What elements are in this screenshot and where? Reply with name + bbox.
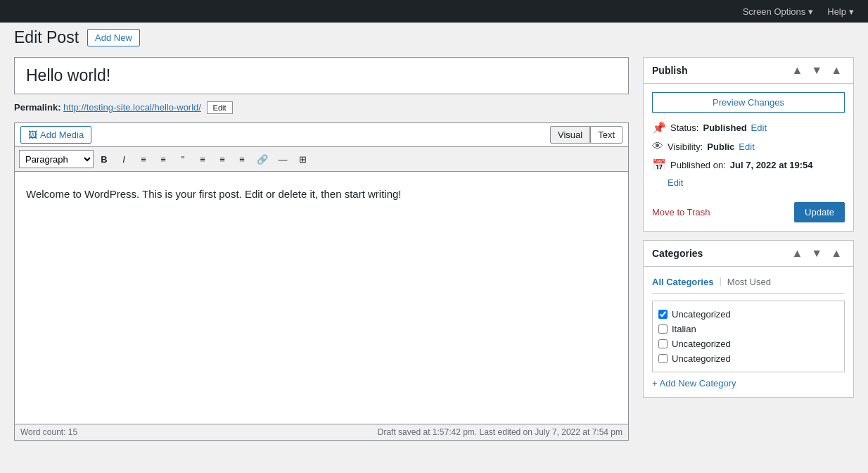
word-count: Word count: 15 <box>20 427 77 437</box>
categories-panel: Categories ▲ ▼ ▲ All Categories | Most U… <box>643 240 854 398</box>
view-toggle: Visual Text <box>550 126 623 144</box>
screen-options-button[interactable]: Screen Options ▾ <box>737 4 819 20</box>
status-icon: 📌 <box>652 121 666 134</box>
sidebar: Publish ▲ ▼ ▲ Preview Changes 📌 Status: … <box>643 57 854 398</box>
editor-format-bar: Paragraph Heading 1 Heading 2 Heading 3 … <box>14 146 629 171</box>
page-header: Edit Post Add New <box>0 23 868 50</box>
add-new-button[interactable]: Add New <box>87 29 140 46</box>
top-bar: Screen Options ▾ Help ▾ <box>0 0 868 23</box>
editor-area: Permalink: http://testing-site.local/hel… <box>14 57 629 441</box>
most-used-tab[interactable]: Most Used <box>727 275 771 289</box>
align-right-button[interactable]: ≡ <box>233 150 251 168</box>
categories-panel-title: Categories <box>652 248 789 259</box>
help-button[interactable]: Help ▾ <box>822 4 860 20</box>
editor-content[interactable]: Welcome to WordPress. This is your first… <box>14 171 629 424</box>
publish-panel-header: Publish ▲ ▼ ▲ <box>644 58 853 84</box>
category-checkbox-uncategorized-1[interactable] <box>658 310 668 319</box>
published-on-edit-link[interactable]: Edit <box>668 177 683 188</box>
more-button[interactable]: — <box>274 150 292 168</box>
permalink-edit-button[interactable]: Edit <box>207 101 233 114</box>
list-item: Uncategorized <box>658 351 838 366</box>
preview-changes-button[interactable]: Preview Changes <box>652 92 845 113</box>
visibility-icon: 👁 <box>652 140 663 153</box>
category-label: Italian <box>672 324 696 334</box>
chevron-down-icon: ▾ <box>808 6 813 17</box>
status-row: 📌 Status: Published Edit <box>652 121 845 134</box>
publish-collapse-down-button[interactable]: ▼ <box>808 63 825 77</box>
publish-panel-body: Preview Changes 📌 Status: Published Edit… <box>644 84 853 231</box>
list-item: Uncategorized <box>658 336 838 351</box>
calendar-icon: 📅 <box>652 158 666 172</box>
bold-button[interactable]: B <box>95 150 113 168</box>
ordered-list-button[interactable]: ≡ <box>154 150 172 168</box>
publish-panel: Publish ▲ ▼ ▲ Preview Changes 📌 Status: … <box>643 57 854 232</box>
permalink-link[interactable]: http://testing-site.local/hello-world/ <box>63 102 201 113</box>
category-checkbox-uncategorized-3[interactable] <box>658 354 668 363</box>
update-button[interactable]: Update <box>794 202 845 222</box>
table-button[interactable]: ⊞ <box>293 150 312 168</box>
category-label: Uncategorized <box>672 339 731 349</box>
permalink-bar: Permalink: http://testing-site.local/hel… <box>14 99 629 117</box>
category-label: Uncategorized <box>672 309 731 320</box>
all-categories-tab[interactable]: All Categories <box>652 275 713 289</box>
text-tab[interactable]: Text <box>590 126 623 144</box>
visibility-edit-link[interactable]: Edit <box>739 141 754 152</box>
categories-collapse-up-button[interactable]: ▲ <box>789 246 805 260</box>
visibility-row: 👁 Visibility: Public Edit <box>652 140 845 153</box>
paragraph-select[interactable]: Paragraph Heading 1 Heading 2 Heading 3 … <box>19 150 94 168</box>
draft-saved-status: Draft saved at 1:57:42 pm. Last edited o… <box>378 427 623 437</box>
publish-panel-title: Publish <box>652 65 789 76</box>
align-left-button[interactable]: ≡ <box>193 150 212 168</box>
categories-tabs: All Categories | Most Used <box>652 275 845 294</box>
category-checkbox-italian[interactable] <box>658 324 668 334</box>
add-new-category-button[interactable]: + Add New Category <box>652 378 736 389</box>
categories-panel-header: Categories ▲ ▼ ▲ <box>644 241 853 267</box>
list-item: Uncategorized <box>658 307 838 322</box>
blockquote-button[interactable]: " <box>174 150 192 168</box>
categories-collapse-down-button[interactable]: ▼ <box>808 246 825 260</box>
category-checkbox-uncategorized-2[interactable] <box>658 339 668 348</box>
media-icon: 🖼 <box>28 130 37 140</box>
visual-tab[interactable]: Visual <box>550 126 590 144</box>
move-to-trash-button[interactable]: Move to Trash <box>652 207 710 217</box>
status-edit-link[interactable]: Edit <box>751 122 767 133</box>
categories-panel-body: All Categories | Most Used Uncategorized… <box>644 267 853 397</box>
list-item: Italian <box>658 322 838 336</box>
editor-footer: Word count: 15 Draft saved at 1:57:42 pm… <box>14 424 629 441</box>
italic-button[interactable]: I <box>115 150 133 168</box>
publish-close-button[interactable]: ▲ <box>828 63 845 77</box>
add-media-button[interactable]: 🖼 Add Media <box>20 126 91 144</box>
main-layout: Permalink: http://testing-site.local/hel… <box>0 50 868 455</box>
categories-panel-controls: ▲ ▼ ▲ <box>789 246 845 260</box>
link-button[interactable]: 🔗 <box>253 150 272 168</box>
categories-list: Uncategorized Italian Uncategorized Unca… <box>652 301 845 372</box>
chevron-down-icon: ▾ <box>849 6 854 17</box>
publish-collapse-up-button[interactable]: ▲ <box>789 63 805 77</box>
page-title: Edit Post <box>14 28 79 47</box>
category-label: Uncategorized <box>672 353 731 364</box>
editor-toolbar-top: 🖼 Add Media Visual Text <box>14 122 629 146</box>
post-title-input[interactable] <box>14 57 629 94</box>
categories-close-button[interactable]: ▲ <box>828 246 845 260</box>
publish-panel-controls: ▲ ▼ ▲ <box>789 63 845 77</box>
align-center-button[interactable]: ≡ <box>213 150 231 168</box>
unordered-list-button[interactable]: ≡ <box>134 150 153 168</box>
publish-actions: Move to Trash Update <box>652 196 845 222</box>
published-on-row: 📅 Published on: Jul 7, 2022 at 19:54 <box>652 158 845 172</box>
